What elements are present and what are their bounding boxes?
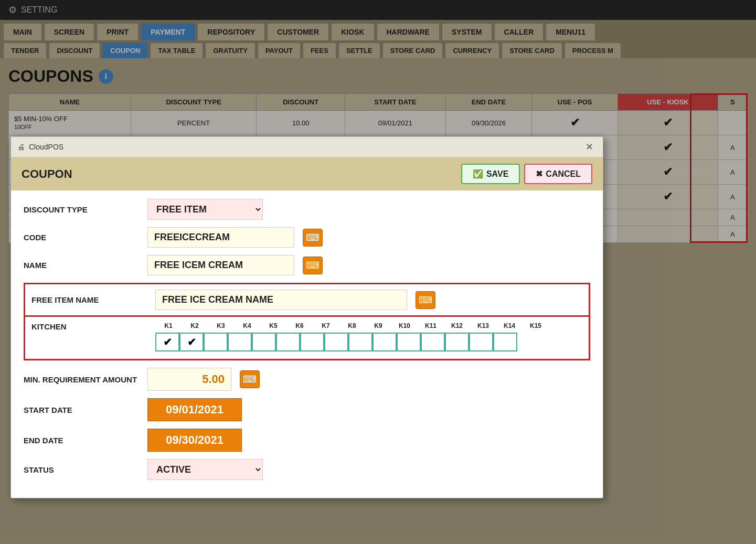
status-label: STATUS (24, 465, 139, 474)
save-label: SAVE (486, 169, 508, 179)
free-item-name-keyboard-icon[interactable]: ⌨ (416, 291, 435, 309)
k9-label: K9 (365, 322, 391, 329)
min-req-value[interactable]: 5.00 (147, 368, 231, 391)
modal-overlay: 🖨 CloudPOS ✕ COUPON ✅ SAVE ✖ CANCEL (0, 0, 756, 544)
end-date-row: END DATE 09/30/2021 (24, 429, 590, 452)
code-keyboard-icon[interactable]: ⌨ (303, 229, 323, 247)
k4-label: K4 (234, 322, 260, 329)
start-date-row: START DATE 09/01/2021 (24, 398, 590, 421)
kitchen-labels: K1 K2 K3 K4 K5 K6 K7 K8 K9 K10 K11 K12 (155, 322, 549, 329)
k1-checkbox[interactable]: ✔ (155, 333, 179, 351)
k6-label: K6 (286, 322, 313, 329)
name-keyboard-icon[interactable]: ⌨ (303, 257, 323, 274)
free-item-name-value[interactable]: FREE ICE CREAM NAME (155, 290, 407, 310)
modal-titlebar-left: 🖨 CloudPOS (17, 143, 63, 151)
coupon-modal: 🖨 CloudPOS ✕ COUPON ✅ SAVE ✖ CANCEL (10, 136, 603, 498)
k2-checkbox[interactable]: ✔ (179, 333, 204, 351)
status-row: STATUS ACTIVE INACTIVE (24, 459, 590, 480)
status-select[interactable]: ACTIVE INACTIVE (147, 459, 263, 480)
k15-label: K15 (523, 322, 549, 329)
free-item-name-row: FREE ITEM NAME FREE ICE CREAM NAME ⌨ (24, 283, 590, 317)
k3-label: K3 (208, 322, 234, 329)
min-req-row: MIN. REQUIREMENT AMOUNT 5.00 ⌨ (24, 368, 590, 391)
modal-titlebar: 🖨 CloudPOS ✕ (11, 137, 603, 157)
k15-checkbox[interactable] (493, 333, 517, 351)
k6-checkbox[interactable] (276, 333, 300, 351)
kitchen-row: KITCHEN K1 K2 K3 K4 K5 K6 K7 K8 K9 K (31, 322, 582, 351)
cloudpos-icon: 🖨 (17, 143, 25, 151)
k11-checkbox[interactable] (397, 333, 421, 351)
start-date-value[interactable]: 09/01/2021 (147, 398, 242, 421)
kitchen-checkboxes: ✔ ✔ (155, 333, 549, 351)
code-row: CODE FREEICECREAM ⌨ (24, 227, 590, 248)
k14-label: K14 (496, 322, 523, 329)
kitchen-label: KITCHEN (31, 322, 147, 331)
k9-checkbox[interactable] (348, 333, 372, 351)
k10-checkbox[interactable] (372, 333, 397, 351)
kitchen-section: KITCHEN K1 K2 K3 K4 K5 K6 K7 K8 K9 K (24, 317, 590, 360)
kitchen-controls: K1 K2 K3 K4 K5 K6 K7 K8 K9 K10 K11 K12 (155, 322, 549, 351)
name-value[interactable]: FREE ICEM CREAM (147, 255, 294, 275)
modal-header-buttons: ✅ SAVE ✖ CANCEL (461, 164, 592, 184)
k7-label: K7 (313, 322, 339, 329)
code-label: CODE (24, 233, 139, 242)
discount-type-label: DISCOUNT TYPE (24, 205, 139, 214)
k2-label: K2 (182, 322, 208, 329)
k4-checkbox[interactable] (228, 333, 252, 351)
min-req-label: MIN. REQUIREMENT AMOUNT (24, 375, 139, 384)
discount-type-select[interactable]: FREE ITEM PERCENT AMOUNT (147, 199, 263, 220)
modal-body: DISCOUNT TYPE FREE ITEM PERCENT AMOUNT C… (11, 190, 603, 498)
k13-checkbox[interactable] (445, 333, 469, 351)
k8-label: K8 (339, 322, 365, 329)
save-button[interactable]: ✅ SAVE (461, 164, 520, 184)
start-date-label: START DATE (24, 406, 139, 414)
discount-type-row: DISCOUNT TYPE FREE ITEM PERCENT AMOUNT (24, 199, 590, 220)
cancel-button[interactable]: ✖ CANCEL (524, 164, 592, 184)
end-date-label: END DATE (24, 436, 139, 445)
k7-checkbox[interactable] (300, 333, 324, 351)
k11-label: K11 (418, 322, 444, 329)
modal-title: COUPON (22, 167, 72, 181)
cancel-label: CANCEL (546, 169, 581, 179)
k10-label: K10 (391, 322, 418, 329)
k12-checkbox[interactable] (421, 333, 445, 351)
save-check-icon: ✅ (473, 169, 483, 179)
name-label: NAME (24, 261, 139, 270)
modal-header: COUPON ✅ SAVE ✖ CANCEL (11, 157, 603, 190)
k5-checkbox[interactable] (252, 333, 276, 351)
code-value[interactable]: FREEICECREAM (147, 227, 294, 248)
name-row: NAME FREE ICEM CREAM ⌨ (24, 255, 590, 275)
min-req-keyboard-icon[interactable]: ⌨ (240, 370, 260, 388)
k13-label: K13 (470, 322, 496, 329)
k3-checkbox[interactable] (204, 333, 228, 351)
modal-titlebar-text: CloudPOS (29, 143, 63, 151)
k1-label: K1 (155, 322, 182, 329)
modal-close-button[interactable]: ✕ (582, 140, 597, 154)
free-item-name-label: FREE ITEM NAME (31, 295, 147, 304)
cancel-x-icon: ✖ (536, 169, 542, 179)
k12-label: K12 (444, 322, 470, 329)
k14-checkbox[interactable] (469, 333, 493, 351)
end-date-value[interactable]: 09/30/2021 (147, 429, 242, 452)
k5-label: K5 (260, 322, 286, 329)
k8-checkbox[interactable] (324, 333, 348, 351)
